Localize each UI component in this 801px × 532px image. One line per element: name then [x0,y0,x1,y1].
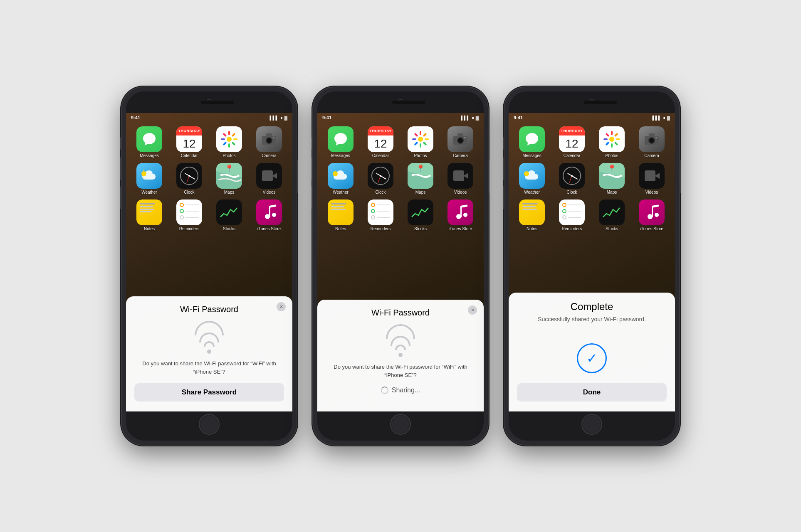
phone-2: 9:41 ▌▌▌ ∎ ▓ [313,87,488,445]
app-photos[interactable]: Photos [212,126,247,158]
app-videos[interactable]: Videos [252,163,287,195]
app-reminders-label-2: Reminders [371,227,391,231]
modal-close-btn-2[interactable]: ✕ [468,305,477,315]
battery-icon-2: ▓ [476,116,479,120]
home-button-3[interactable] [581,414,602,435]
phone-screen-3: 9:41 ▌▌▌ ∎ ▓ [509,113,675,411]
app-camera-label-2: Camera [453,153,468,158]
complete-subtitle: Successfully shared your Wi-Fi password. [538,316,646,323]
app-notes-label: Notes [144,227,155,231]
sharing-row: Sharing... [381,387,420,394]
share-password-btn[interactable]: Share Password [134,383,284,401]
app-calendar-2[interactable]: THURSDAY 12 Calendar [363,126,398,158]
modal-close-btn-1[interactable]: ✕ [277,302,286,311]
app-videos-2[interactable]: Videos [443,163,478,195]
app-camera-3[interactable]: Camera [634,126,669,158]
wifi-password-modal-1: ✕ Wi-Fi Password Do you want to share th… [126,296,292,411]
complete-modal: Complete Successfully shared your Wi-Fi … [509,293,675,411]
app-grid-3: Messages THURSDAY 12 Calendar [509,122,675,235]
home-button-1[interactable] [199,414,220,435]
app-messages-2[interactable]: Messages [323,126,358,158]
calendar-day-number: 12 [176,135,202,152]
app-grid-2: Messages THURSDAY 12 Calendar [317,122,484,235]
svg-point-38 [464,137,466,138]
wifi-icon-large-2 [386,324,415,357]
svg-text:📍: 📍 [607,164,617,173]
app-clock-label: Clock [184,190,194,195]
app-notes[interactable]: Notes [132,200,167,231]
sharing-text: Sharing... [392,387,420,394]
app-photos-label-2: Photos [414,153,427,158]
modal-title-1: Wi-Fi Password [180,305,238,314]
app-calendar-3[interactable]: THURSDAY 12 Calendar [554,126,589,158]
app-camera-2[interactable]: Camera [443,126,478,158]
app-stocks-3[interactable]: Stocks [594,200,629,231]
phone-1: 9:41 ▌▌▌ ∎ ▓ [122,87,297,445]
app-clock[interactable]: Clock [172,163,207,195]
app-videos-label-3: Videos [645,190,658,195]
app-itunes-label-2: iTunes Store [449,227,472,231]
app-reminders-3[interactable]: Reminders [554,200,589,231]
svg-rect-37 [457,133,463,136]
app-calendar[interactable]: THURSDAY 12 Calendar [172,126,207,158]
app-photos-3[interactable]: Photos [594,126,629,158]
app-camera[interactable]: Camera [252,126,287,158]
calendar-day-number-3: 12 [559,135,585,152]
svg-rect-19 [262,170,273,181]
status-bar-2: 9:41 ▌▌▌ ∎ ▓ [317,113,484,122]
app-itunes-2[interactable]: iTunes Store [443,200,478,231]
app-messages-3[interactable]: Messages [514,126,549,158]
svg-point-13 [273,137,274,138]
app-maps[interactable]: 📍 Maps [212,163,247,195]
svg-point-48 [609,137,614,142]
app-notes-label-3: Notes [527,227,537,231]
app-camera-label-3: Camera [644,153,659,158]
app-notes-3[interactable]: Notes [514,200,549,231]
app-maps-label-2: Maps [415,190,425,195]
app-notes-2[interactable]: Notes [323,200,358,231]
status-time-2: 9:41 [322,115,331,120]
status-bar-3: 9:41 ▌▌▌ ∎ ▓ [509,113,675,122]
app-messages[interactable]: Messages [132,126,167,158]
done-button[interactable]: Done [517,383,667,401]
app-maps-2[interactable]: 📍 Maps [403,163,438,195]
app-reminders[interactable]: Reminders [172,200,207,231]
app-weather-label-2: Weather [333,190,349,195]
svg-rect-70 [652,206,653,217]
app-videos-3[interactable]: Videos [634,163,669,195]
svg-point-39 [333,171,338,176]
app-itunes[interactable]: iTunes Store [252,200,287,231]
app-clock-2[interactable]: Clock [363,163,398,195]
app-grid: Messages THURSDAY 12 Calendar [126,122,292,235]
app-calendar-label-3: Calendar [564,153,581,158]
svg-rect-42 [453,170,464,181]
home-button-2[interactable] [390,414,411,435]
app-stocks-2[interactable]: Stocks [403,200,438,231]
app-weather-3[interactable]: Weather [514,163,549,195]
svg-line-2 [233,134,235,135]
svg-rect-47 [460,206,462,217]
svg-rect-60 [649,133,655,136]
app-itunes-3[interactable]: iTunes Store [634,200,669,231]
app-weather-label: Weather [141,190,157,195]
app-messages-label-2: Messages [331,153,350,158]
app-weather[interactable]: Weather [132,163,167,195]
phone-screen: 9:41 ▌▌▌ ∎ ▓ [126,113,292,411]
app-reminders-label: Reminders [179,227,199,231]
svg-line-8 [224,134,225,135]
app-maps-3[interactable]: 📍 Maps [594,163,629,195]
app-stocks[interactable]: Stocks [212,200,247,231]
app-stocks-label: Stocks [223,227,235,231]
app-itunes-label-3: iTunes Store [640,227,663,231]
complete-title: Complete [571,301,613,313]
app-clock-3[interactable]: Clock [554,163,589,195]
speaker-2 [392,101,425,104]
svg-line-54 [606,143,608,145]
wifi-icon-large-1 [195,321,224,354]
app-reminders-2[interactable]: Reminders [363,200,398,231]
status-time: 9:41 [131,115,140,120]
app-weather-2[interactable]: Weather [323,163,358,195]
status-bar: 9:41 ▌▌▌ ∎ ▓ [126,113,292,122]
checkmark-icon: ✓ [586,350,598,366]
app-photos-2[interactable]: Photos [403,126,438,158]
